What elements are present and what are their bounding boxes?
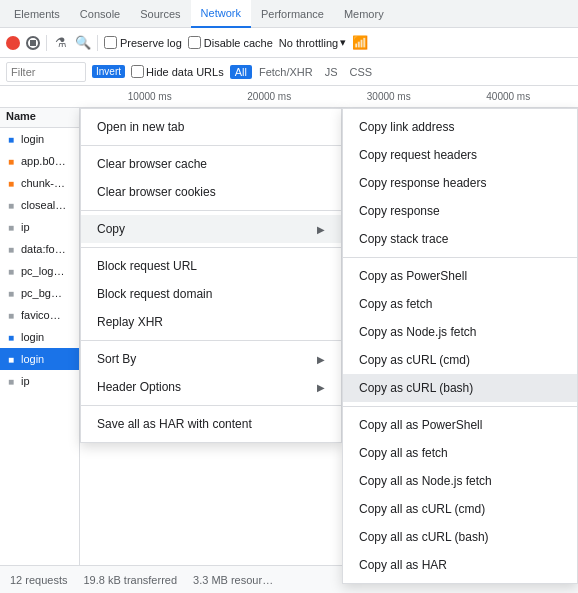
file-list-header: Name	[0, 108, 79, 128]
menu-item-replay-xhr[interactable]: Replay XHR	[81, 308, 341, 336]
menu-item-label: Copy as PowerShell	[359, 269, 467, 283]
tab-sources[interactable]: Sources	[130, 0, 190, 28]
filter-icon[interactable]: ⚗	[53, 35, 69, 51]
context-menu-right: Copy link address Copy request headers C…	[342, 108, 578, 584]
menu-item-clear-cache[interactable]: Clear browser cache	[81, 150, 341, 178]
list-item[interactable]: ■ chunk-…	[0, 172, 79, 194]
tab-memory[interactable]: Memory	[334, 0, 394, 28]
menu-item-open-new-tab[interactable]: Open in new tab	[81, 113, 341, 141]
disable-cache-label[interactable]: Disable cache	[188, 36, 273, 49]
type-btn-css[interactable]: CSS	[345, 65, 378, 79]
filter-input[interactable]	[11, 66, 71, 78]
file-name: app.b0…	[21, 155, 66, 167]
menu-item-label: Copy all as HAR	[359, 558, 447, 572]
list-item[interactable]: ■ app.b0…	[0, 150, 79, 172]
stop-button[interactable]	[26, 36, 40, 50]
menu-item-label: Copy response	[359, 204, 440, 218]
menu-item-copy-all-nodejs-fetch[interactable]: Copy all as Node.js fetch	[343, 467, 577, 495]
list-item[interactable]: ■ pc_log…	[0, 260, 79, 282]
menu-item-copy-as-curl-cmd[interactable]: Copy as cURL (cmd)	[343, 346, 577, 374]
menu-item-copy-as-curl-bash[interactable]: Copy as cURL (bash)	[343, 374, 577, 402]
type-btn-js[interactable]: JS	[320, 65, 343, 79]
list-item[interactable]: ■ pc_bg…	[0, 282, 79, 304]
menu-item-copy-all-curl-bash[interactable]: Copy all as cURL (bash)	[343, 523, 577, 551]
hide-data-urls-checkbox[interactable]	[131, 65, 144, 78]
menu-item-copy-all-curl-cmd[interactable]: Copy all as cURL (cmd)	[343, 495, 577, 523]
menu-item-save-har[interactable]: Save all as HAR with content	[81, 410, 341, 438]
type-buttons: All Fetch/XHR JS CSS	[230, 65, 378, 79]
tab-performance[interactable]: Performance	[251, 0, 334, 28]
disable-cache-text: Disable cache	[204, 37, 273, 49]
file-type-icon: ■	[4, 220, 18, 234]
menu-item-clear-cookies[interactable]: Clear browser cookies	[81, 178, 341, 206]
list-item[interactable]: ■ closeal…	[0, 194, 79, 216]
file-type-icon: ■	[4, 286, 18, 300]
menu-item-copy-all-fetch[interactable]: Copy all as fetch	[343, 439, 577, 467]
disable-cache-checkbox[interactable]	[188, 36, 201, 49]
search-icon[interactable]: 🔍	[75, 35, 91, 51]
timeline: 10000 ms 20000 ms 30000 ms 40000 ms	[0, 86, 578, 108]
menu-divider	[343, 406, 577, 407]
menu-item-copy-request-headers[interactable]: Copy request headers	[343, 141, 577, 169]
menu-item-label: Block request domain	[97, 287, 212, 301]
list-item[interactable]: ■ favico…	[0, 304, 79, 326]
wifi-icon[interactable]: 📶	[352, 35, 368, 50]
preserve-log-text: Preserve log	[120, 37, 182, 49]
menu-item-copy-link[interactable]: Copy link address	[343, 113, 577, 141]
tab-bar: Elements Console Sources Network Perform…	[0, 0, 578, 28]
list-item[interactable]: ■ login	[0, 128, 79, 150]
type-btn-all[interactable]: All	[230, 65, 252, 79]
menu-divider	[81, 210, 341, 211]
preserve-log-label[interactable]: Preserve log	[104, 36, 182, 49]
menu-item-copy[interactable]: Copy ▶	[81, 215, 341, 243]
menu-item-copy-all-har[interactable]: Copy all as HAR	[343, 551, 577, 579]
type-btn-fetch-xhr[interactable]: Fetch/XHR	[254, 65, 318, 79]
menu-item-label: Copy as fetch	[359, 297, 432, 311]
stop-icon	[30, 40, 36, 46]
menu-divider	[81, 145, 341, 146]
menu-item-label: Save all as HAR with content	[97, 417, 252, 431]
toolbar: ⚗ 🔍 Preserve log Disable cache No thrott…	[0, 28, 578, 58]
menu-item-copy-stack-trace[interactable]: Copy stack trace	[343, 225, 577, 253]
menu-item-header-options[interactable]: Header Options ▶	[81, 373, 341, 401]
file-name: login	[21, 331, 44, 343]
menu-item-label: Copy all as PowerShell	[359, 418, 482, 432]
tab-network[interactable]: Network	[191, 0, 251, 28]
list-item-selected[interactable]: ■ login	[0, 348, 79, 370]
resources-text: 3.3 MB resour…	[193, 574, 273, 586]
file-type-icon: ■	[4, 198, 18, 212]
menu-item-copy-response-headers[interactable]: Copy response headers	[343, 169, 577, 197]
tab-elements[interactable]: Elements	[4, 0, 70, 28]
status-requests: 12 requests	[10, 574, 67, 586]
menu-item-block-url[interactable]: Block request URL	[81, 252, 341, 280]
toolbar-separator-1	[46, 35, 47, 51]
toolbar-separator-2	[97, 35, 98, 51]
menu-item-copy-as-nodejs-fetch[interactable]: Copy as Node.js fetch	[343, 318, 577, 346]
throttle-select[interactable]: No throttling ▾	[279, 36, 346, 49]
list-item[interactable]: ■ ip	[0, 216, 79, 238]
file-name: ip	[21, 375, 30, 387]
list-item[interactable]: ■ login	[0, 326, 79, 348]
menu-item-label: Replay XHR	[97, 315, 163, 329]
menu-item-label: Copy	[97, 222, 125, 236]
menu-item-copy-as-powershell[interactable]: Copy as PowerShell	[343, 262, 577, 290]
file-name: login	[21, 353, 44, 365]
list-item[interactable]: ■ data:fo…	[0, 238, 79, 260]
menu-item-label: Clear browser cache	[97, 157, 207, 171]
menu-item-copy-as-fetch[interactable]: Copy as fetch	[343, 290, 577, 318]
tab-console[interactable]: Console	[70, 0, 130, 28]
record-button[interactable]	[6, 36, 20, 50]
file-type-icon: ■	[4, 176, 18, 190]
invert-badge: Invert	[92, 65, 125, 78]
menu-item-copy-all-powershell[interactable]: Copy all as PowerShell	[343, 411, 577, 439]
hide-data-urls-label[interactable]: Hide data URLs	[131, 65, 224, 78]
menu-item-copy-response[interactable]: Copy response	[343, 197, 577, 225]
menu-item-sort-by[interactable]: Sort By ▶	[81, 345, 341, 373]
requests-count: 12 requests	[10, 574, 67, 586]
list-item[interactable]: ■ ip	[0, 370, 79, 392]
menu-divider	[81, 340, 341, 341]
status-transferred: 19.8 kB transferred	[83, 574, 177, 586]
menu-item-block-domain[interactable]: Block request domain	[81, 280, 341, 308]
preserve-log-checkbox[interactable]	[104, 36, 117, 49]
menu-item-label: Copy all as cURL (bash)	[359, 530, 489, 544]
